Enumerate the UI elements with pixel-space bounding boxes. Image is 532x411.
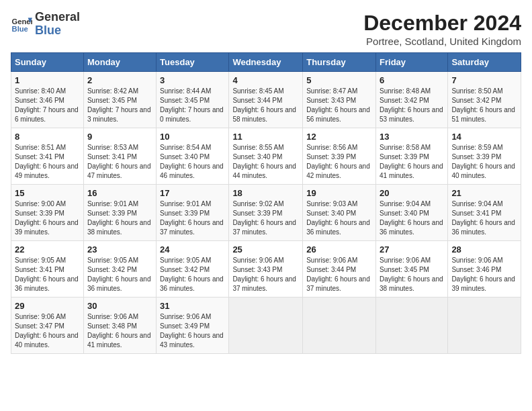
day-info: Sunrise: 8:45 AM Sunset: 3:44 PM Dayligh… xyxy=(232,87,299,124)
day-number: 22 xyxy=(15,244,80,255)
day-number: 24 xyxy=(160,244,225,255)
calendar-week-row: 29Sunrise: 9:06 AM Sunset: 3:47 PM Dayli… xyxy=(11,298,521,354)
calendar-week-row: 8Sunrise: 8:51 AM Sunset: 3:41 PM Daylig… xyxy=(11,128,521,185)
logo: General Blue General Blue xyxy=(11,11,80,38)
day-info: Sunrise: 9:06 AM Sunset: 3:46 PM Dayligh… xyxy=(451,256,517,293)
calendar-cell: 24Sunrise: 9:05 AM Sunset: 3:42 PM Dayli… xyxy=(157,241,229,298)
day-number: 11 xyxy=(232,132,299,142)
column-header-sunday: Sunday xyxy=(11,53,84,72)
calendar-cell: 4Sunrise: 8:45 AM Sunset: 3:44 PM Daylig… xyxy=(229,72,303,128)
column-header-tuesday: Tuesday xyxy=(157,53,229,72)
day-info: Sunrise: 9:03 AM Sunset: 3:40 PM Dayligh… xyxy=(306,199,372,237)
calendar-cell: 25Sunrise: 9:06 AM Sunset: 3:43 PM Dayli… xyxy=(229,241,303,298)
day-number: 9 xyxy=(87,132,152,142)
day-number: 10 xyxy=(160,132,225,142)
day-info: Sunrise: 8:50 AM Sunset: 3:42 PM Dayligh… xyxy=(451,87,517,124)
day-number: 3 xyxy=(160,75,225,85)
calendar-cell: 27Sunrise: 9:06 AM Sunset: 3:45 PM Dayli… xyxy=(376,241,448,298)
day-number: 29 xyxy=(15,301,80,311)
logo-icon: General Blue xyxy=(11,13,32,35)
calendar-cell: 29Sunrise: 9:06 AM Sunset: 3:47 PM Dayli… xyxy=(11,298,84,354)
day-info: Sunrise: 8:47 AM Sunset: 3:43 PM Dayligh… xyxy=(306,87,372,124)
day-info: Sunrise: 8:58 AM Sunset: 3:39 PM Dayligh… xyxy=(380,143,444,181)
calendar-cell: 7Sunrise: 8:50 AM Sunset: 3:42 PM Daylig… xyxy=(448,72,521,128)
day-number: 16 xyxy=(87,188,152,198)
calendar-week-row: 1Sunrise: 8:40 AM Sunset: 3:46 PM Daylig… xyxy=(11,72,521,128)
calendar-cell: 28Sunrise: 9:06 AM Sunset: 3:46 PM Dayli… xyxy=(448,241,521,298)
calendar-cell: 6Sunrise: 8:48 AM Sunset: 3:42 PM Daylig… xyxy=(376,72,448,128)
day-info: Sunrise: 9:05 AM Sunset: 3:42 PM Dayligh… xyxy=(160,256,225,293)
day-info: Sunrise: 9:06 AM Sunset: 3:45 PM Dayligh… xyxy=(380,256,444,293)
svg-text:Blue: Blue xyxy=(12,25,28,33)
calendar-header-row: SundayMondayTuesdayWednesdayThursdayFrid… xyxy=(11,53,521,72)
day-info: Sunrise: 9:06 AM Sunset: 3:43 PM Dayligh… xyxy=(232,256,299,293)
title-area: December 2024 Portree, Scotland, United … xyxy=(363,11,521,47)
calendar-cell: 13Sunrise: 8:58 AM Sunset: 3:39 PM Dayli… xyxy=(376,128,448,185)
calendar-cell: 26Sunrise: 9:06 AM Sunset: 3:44 PM Dayli… xyxy=(303,241,376,298)
column-header-monday: Monday xyxy=(83,53,156,72)
day-number: 21 xyxy=(451,188,517,198)
calendar-cell: 5Sunrise: 8:47 AM Sunset: 3:43 PM Daylig… xyxy=(303,72,376,128)
calendar-cell: 2Sunrise: 8:42 AM Sunset: 3:45 PM Daylig… xyxy=(83,72,156,128)
logo-line1: General xyxy=(35,11,80,24)
calendar-cell: 19Sunrise: 9:03 AM Sunset: 3:40 PM Dayli… xyxy=(303,185,376,241)
day-info: Sunrise: 9:04 AM Sunset: 3:40 PM Dayligh… xyxy=(380,199,444,237)
day-number: 19 xyxy=(306,188,372,198)
day-info: Sunrise: 8:51 AM Sunset: 3:41 PM Dayligh… xyxy=(15,143,80,181)
calendar-cell: 23Sunrise: 9:05 AM Sunset: 3:42 PM Dayli… xyxy=(83,241,156,298)
day-number: 12 xyxy=(306,132,372,142)
calendar-cell: 17Sunrise: 9:01 AM Sunset: 3:39 PM Dayli… xyxy=(157,185,229,241)
calendar-cell: 30Sunrise: 9:06 AM Sunset: 3:48 PM Dayli… xyxy=(83,298,156,354)
day-number: 17 xyxy=(160,188,225,198)
calendar-cell: 21Sunrise: 9:04 AM Sunset: 3:41 PM Dayli… xyxy=(448,185,521,241)
day-info: Sunrise: 8:40 AM Sunset: 3:46 PM Dayligh… xyxy=(15,87,80,124)
main-title: December 2024 xyxy=(363,11,521,36)
day-number: 30 xyxy=(87,301,152,311)
day-info: Sunrise: 9:05 AM Sunset: 3:42 PM Dayligh… xyxy=(87,256,152,293)
day-number: 13 xyxy=(380,132,444,142)
day-number: 20 xyxy=(380,188,444,198)
calendar-cell xyxy=(448,298,521,354)
header: General Blue General Blue December 2024 … xyxy=(11,11,521,47)
day-number: 8 xyxy=(15,132,80,142)
day-number: 1 xyxy=(15,75,80,85)
day-number: 2 xyxy=(87,75,152,85)
calendar-cell: 11Sunrise: 8:55 AM Sunset: 3:40 PM Dayli… xyxy=(229,128,303,185)
day-number: 28 xyxy=(451,244,517,255)
calendar-cell: 31Sunrise: 9:06 AM Sunset: 3:49 PM Dayli… xyxy=(157,298,229,354)
day-number: 23 xyxy=(87,244,152,255)
day-info: Sunrise: 9:06 AM Sunset: 3:47 PM Dayligh… xyxy=(15,312,80,350)
day-number: 25 xyxy=(232,244,299,255)
day-number: 6 xyxy=(380,75,444,85)
calendar-week-row: 22Sunrise: 9:05 AM Sunset: 3:41 PM Dayli… xyxy=(11,241,521,298)
day-number: 27 xyxy=(380,244,444,255)
day-info: Sunrise: 9:06 AM Sunset: 3:48 PM Dayligh… xyxy=(87,312,152,350)
calendar-cell: 1Sunrise: 8:40 AM Sunset: 3:46 PM Daylig… xyxy=(11,72,84,128)
day-number: 4 xyxy=(232,75,299,85)
calendar-cell: 8Sunrise: 8:51 AM Sunset: 3:41 PM Daylig… xyxy=(11,128,84,185)
calendar-cell xyxy=(229,298,303,354)
day-info: Sunrise: 8:48 AM Sunset: 3:42 PM Dayligh… xyxy=(380,87,444,124)
day-info: Sunrise: 9:02 AM Sunset: 3:39 PM Dayligh… xyxy=(232,199,299,237)
day-info: Sunrise: 9:06 AM Sunset: 3:49 PM Dayligh… xyxy=(160,312,225,350)
day-info: Sunrise: 9:00 AM Sunset: 3:39 PM Dayligh… xyxy=(15,199,80,237)
day-info: Sunrise: 8:42 AM Sunset: 3:45 PM Dayligh… xyxy=(87,87,152,124)
day-number: 7 xyxy=(451,75,517,85)
day-number: 18 xyxy=(232,188,299,198)
subtitle: Portree, Scotland, United Kingdom xyxy=(363,36,521,47)
day-info: Sunrise: 9:06 AM Sunset: 3:44 PM Dayligh… xyxy=(306,256,372,293)
day-number: 5 xyxy=(306,75,372,85)
calendar-week-row: 15Sunrise: 9:00 AM Sunset: 3:39 PM Dayli… xyxy=(11,185,521,241)
day-info: Sunrise: 8:44 AM Sunset: 3:45 PM Dayligh… xyxy=(160,87,225,124)
logo-text: General Blue xyxy=(35,11,80,38)
day-number: 31 xyxy=(160,301,225,311)
calendar-cell: 9Sunrise: 8:53 AM Sunset: 3:41 PM Daylig… xyxy=(83,128,156,185)
calendar-cell: 3Sunrise: 8:44 AM Sunset: 3:45 PM Daylig… xyxy=(157,72,229,128)
day-info: Sunrise: 9:05 AM Sunset: 3:41 PM Dayligh… xyxy=(15,256,80,293)
calendar-cell: 20Sunrise: 9:04 AM Sunset: 3:40 PM Dayli… xyxy=(376,185,448,241)
day-number: 26 xyxy=(306,244,372,255)
column-header-wednesday: Wednesday xyxy=(229,53,303,72)
calendar-cell: 22Sunrise: 9:05 AM Sunset: 3:41 PM Dayli… xyxy=(11,241,84,298)
day-info: Sunrise: 8:55 AM Sunset: 3:40 PM Dayligh… xyxy=(232,143,299,181)
calendar-cell: 18Sunrise: 9:02 AM Sunset: 3:39 PM Dayli… xyxy=(229,185,303,241)
